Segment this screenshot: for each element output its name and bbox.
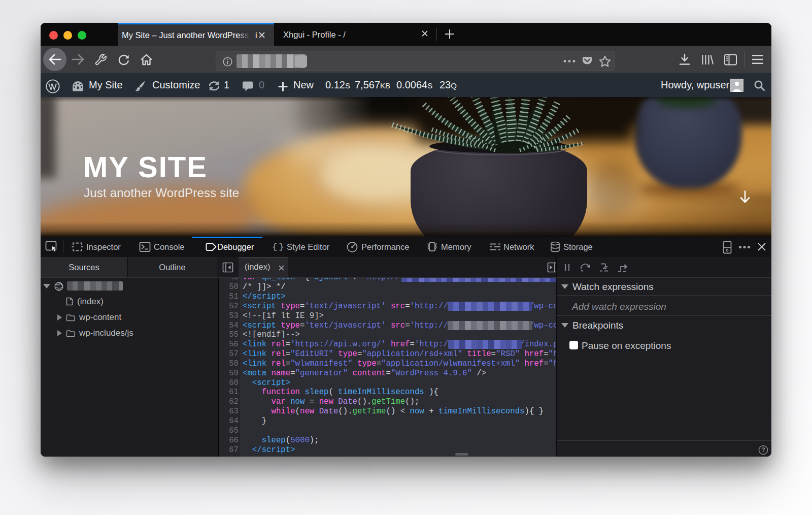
svg-text:?: ? xyxy=(761,446,765,454)
